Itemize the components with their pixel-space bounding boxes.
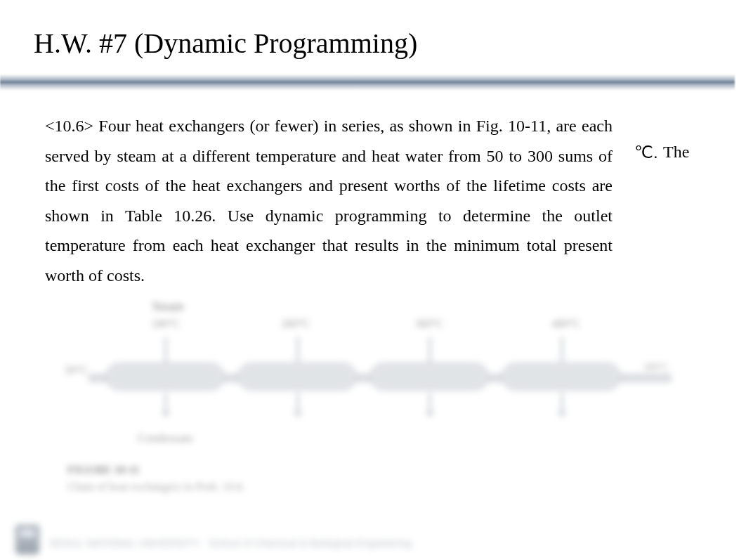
arrow-down-icon xyxy=(294,411,302,418)
figure-number: FIGURE 10-11 xyxy=(67,464,140,476)
steam-pipe-1 xyxy=(164,337,167,363)
figure-diagram: Steam 180°C 260°C 360°C 480°C 50°C 300°C… xyxy=(60,295,679,506)
steam-pipe-3 xyxy=(428,337,431,363)
steam-pipe-2 xyxy=(296,337,299,363)
footer: SEOUL NATIONAL UNIVERSITY School of Chem… xyxy=(0,521,735,560)
heat-exchanger-4 xyxy=(502,363,621,391)
page-title: H.W. #7 (Dynamic Programming) xyxy=(34,27,417,60)
degree-symbol: ℃. xyxy=(634,143,658,162)
steam-temp-4: 480°C xyxy=(549,318,584,330)
condensate-pipe-4 xyxy=(561,393,563,412)
trailing-word: The xyxy=(663,143,689,162)
condensate-pipe-2 xyxy=(296,393,299,412)
steam-temp-1: 180°C xyxy=(145,318,187,330)
problem-statement: <10.6> Four heat exchangers (or fewer) i… xyxy=(45,111,613,290)
inlet-temp-label: 50°C xyxy=(65,364,88,377)
institution-name: SEOUL NATIONAL UNIVERSITY xyxy=(49,538,199,549)
arrow-down-icon xyxy=(426,411,434,418)
steam-label: Steam xyxy=(150,299,185,314)
heat-exchanger-1 xyxy=(105,363,225,391)
arrow-down-icon xyxy=(162,411,170,418)
steam-pipe-4 xyxy=(561,337,563,363)
heat-exchanger-2 xyxy=(237,363,357,391)
outlet-temp-label: 300°C xyxy=(643,362,669,373)
university-logo-icon xyxy=(15,525,39,554)
steam-temp-3: 360°C xyxy=(412,318,447,330)
horizontal-rule xyxy=(0,74,735,90)
condensate-pipe-3 xyxy=(428,393,431,412)
footer-text: SEOUL NATIONAL UNIVERSITY School of Chem… xyxy=(49,538,412,549)
steam-temp-2: 260°C xyxy=(278,318,313,330)
arrow-down-icon xyxy=(558,411,566,418)
condensate-label: Condensate xyxy=(138,431,193,445)
heat-exchanger-3 xyxy=(369,363,489,391)
condensate-pipe-1 xyxy=(164,393,167,412)
department-name: School of Chemical & Biological Engineer… xyxy=(209,538,412,549)
figure-caption: Chain of heat exchangers in Prob. 10.6. xyxy=(67,481,245,493)
